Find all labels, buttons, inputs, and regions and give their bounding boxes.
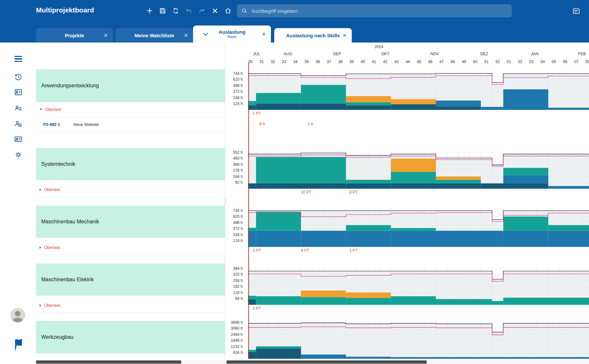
overload-annotation: 1 PT [349, 248, 357, 253]
settings-gear-icon [14, 150, 23, 159]
resource-group-row[interactable]: Anwendungsentwicklung [36, 69, 225, 102]
month-label: NOV [430, 52, 439, 56]
tab-label: Auslastung [219, 29, 245, 35]
id-card-button[interactable] [12, 133, 25, 146]
overload-annotation: 3 PT [253, 248, 261, 253]
horizontal-scrollbar[interactable] [36, 360, 225, 364]
week-label: 46 [428, 60, 432, 64]
tab-meine-watchliste[interactable]: Meine Watchliste × [116, 28, 193, 43]
horizontal-scrollbar[interactable] [225, 360, 589, 364]
scrollbar-thumb[interactable] [226, 360, 427, 364]
axis-label: 616 h [233, 350, 243, 355]
overload-annotation: 8 PT [349, 190, 357, 195]
overload-annotation: 1 PT [253, 111, 261, 116]
resource-group-row[interactable]: Systemtechnik [36, 148, 225, 180]
week-label: 45 [417, 60, 421, 64]
refresh-button[interactable] [170, 4, 181, 17]
search-input[interactable] [251, 8, 507, 14]
history-button[interactable] [12, 71, 25, 84]
add-button[interactable] [144, 4, 155, 17]
expand-icon[interactable] [40, 304, 41, 307]
axis-label: 276 h [233, 168, 243, 173]
close-icon[interactable]: × [262, 31, 266, 37]
close-button[interactable] [209, 4, 221, 17]
overload-annotation: 3 PT [253, 306, 261, 311]
axis-label: 248 h [233, 95, 243, 100]
overload-row[interactable]: Überlast [36, 182, 225, 197]
search-bar[interactable] [237, 4, 512, 17]
settings-button[interactable] [12, 148, 25, 161]
resource-group-label: Anwendungsentwicklung [41, 83, 99, 89]
week-label: 35 [304, 60, 309, 64]
overload-annotation: 9 PT [301, 248, 309, 253]
tab-projekte[interactable]: Projekte × [36, 28, 113, 43]
resource-group-row[interactable]: Maschinenbau Elektrik [36, 264, 225, 296]
resource-group-row[interactable]: Maschinenbau Mechanik [36, 206, 225, 238]
capacity-chart-maschinenbau-elektrik[interactable] [248, 266, 589, 305]
timeline-year: 2024 [375, 44, 384, 49]
tab-auslastung[interactable]: Auslastung Basis × [193, 26, 271, 43]
resource-panel: Anwendungsentwicklung Überlast P2-882-1 … [36, 43, 225, 364]
close-icon[interactable]: × [343, 32, 347, 39]
week-label: 07 [574, 60, 579, 64]
week-label: 04 [541, 60, 545, 64]
app-header: Multiprojektboard [0, 0, 589, 43]
resource-group-row[interactable]: Werkzeugbau [36, 321, 225, 354]
panel-splitter[interactable]: ⋮ [223, 199, 228, 204]
axis-label: 256 h [233, 278, 243, 283]
capacity-chart-werkzeugbau[interactable] [248, 320, 589, 359]
person-schedule-button[interactable] [12, 117, 25, 130]
overload-label: Überlast [45, 107, 61, 112]
resources-icon [14, 104, 23, 113]
tab-auslastung-nach-skills[interactable]: Auslastung nach Skills × [274, 28, 352, 43]
user-avatar[interactable] [10, 307, 26, 323]
month-label: OKT [381, 52, 389, 56]
week-label: 34 [293, 60, 297, 64]
item-annotation: 1 h [308, 122, 313, 126]
axis-label: 552 h [233, 150, 243, 155]
close-icon[interactable]: × [104, 32, 108, 39]
week-label: 02 [518, 60, 522, 64]
home-button[interactable] [223, 4, 234, 17]
user-panel-icon[interactable] [570, 5, 582, 17]
expand-icon[interactable] [40, 246, 41, 249]
resource-group-label: Maschinenbau Elektrik [41, 277, 94, 283]
redo-button[interactable] [196, 4, 207, 17]
overload-row[interactable]: Überlast [36, 298, 225, 313]
resources-button[interactable] [12, 102, 25, 115]
close-icon[interactable]: × [184, 32, 188, 39]
project-id[interactable]: P2-882-1 [43, 122, 73, 127]
week-label: 31 [259, 60, 264, 64]
axis-label: 124 h [233, 101, 243, 106]
collapse-icon[interactable] [40, 109, 42, 110]
overload-row[interactable]: Überlast [36, 102, 225, 117]
chevron-down-icon[interactable] [203, 33, 208, 36]
org-chart-button[interactable] [12, 86, 25, 99]
sidebar [0, 43, 36, 364]
undo-button[interactable] [183, 4, 194, 17]
home-icon [224, 7, 232, 14]
week-label: 47 [439, 60, 443, 64]
axis-label: 744 h [233, 71, 243, 76]
week-label: 33 [282, 60, 286, 64]
expand-icon[interactable] [40, 188, 41, 191]
capacity-chart-systemtechnik[interactable] [248, 150, 589, 189]
save-button[interactable] [157, 4, 168, 17]
resource-group-label: Systemtechnik [41, 161, 75, 167]
capacity-chart-maschinenbau-mechanik[interactable] [248, 208, 589, 247]
week-label: 32 [271, 60, 275, 64]
menu-button[interactable] [12, 52, 25, 65]
axis-label: 2464 h [231, 332, 243, 337]
avatar-photo [10, 308, 25, 323]
id-card-icon [14, 135, 23, 144]
capacity-chart-anwendungsentwicklung[interactable] [248, 71, 589, 110]
scrollbar-thumb[interactable] [36, 360, 181, 364]
overload-row[interactable]: Überlast [36, 240, 225, 255]
app-logo [12, 338, 25, 352]
axis-label: 92 h [235, 180, 243, 185]
axis-label: 460 h [233, 156, 243, 161]
project-row[interactable]: P2-882-1 Neue Website [36, 117, 225, 132]
axis-label: 3080 h [231, 326, 243, 331]
axis-label: 384 h [233, 266, 243, 271]
redo-icon [198, 7, 205, 14]
